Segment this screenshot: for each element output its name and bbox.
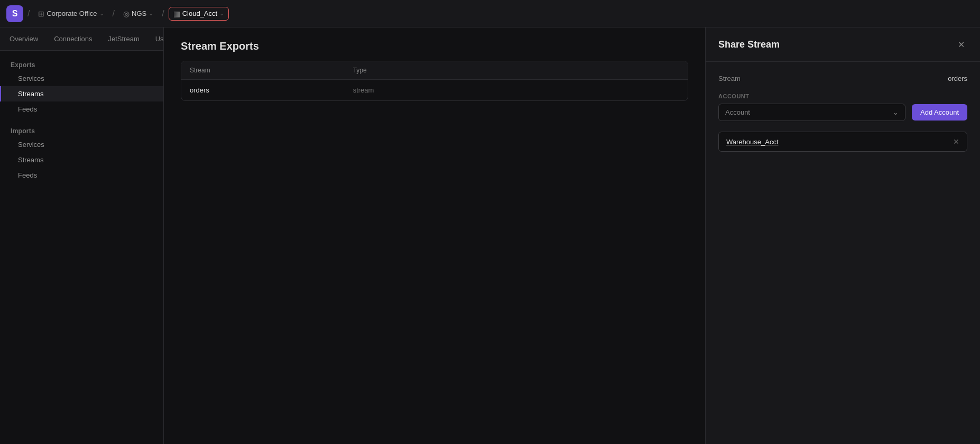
table-header-row: Stream Type xyxy=(181,61,688,80)
cloud-acct-icon: ▦ xyxy=(173,10,180,18)
ngs-icon: ◎ xyxy=(123,10,130,18)
add-account-button[interactable]: Add Account xyxy=(912,104,967,121)
close-button[interactable]: ✕ xyxy=(955,38,967,51)
panel-title: Share Stream xyxy=(718,39,780,50)
sidebar-item-imports-streams[interactable]: Streams xyxy=(0,152,163,168)
table-row: orders stream xyxy=(181,80,688,100)
breadcrumb-cloud-acct-label: Cloud_Acct xyxy=(182,10,217,17)
breadcrumb-sep-0: / xyxy=(27,9,30,18)
account-tag-name[interactable]: Warehouse_Acct xyxy=(726,138,779,146)
stream-type: stream xyxy=(353,86,516,94)
share-stream-panel: Share Stream ✕ Stream orders ACCOUNT Acc… xyxy=(705,27,980,444)
account-row: Account ⌄ Add Account xyxy=(718,104,967,121)
tabs-bar: Overview Connections JetStream Users Sha… xyxy=(0,27,163,51)
col-stream: Stream xyxy=(190,67,353,74)
selected-account-tag: Warehouse_Acct ✕ xyxy=(718,132,967,152)
sidebar-item-imports-services[interactable]: Services xyxy=(0,137,163,152)
breadcrumb-corporate-office-label: Corporate Office xyxy=(47,10,97,17)
app-logo[interactable]: S xyxy=(6,5,23,22)
chevron-down-icon-3: ⌄ xyxy=(219,10,224,17)
sidebar-item-exports-services[interactable]: Services xyxy=(0,71,163,86)
panel-body: Stream orders ACCOUNT Account ⌄ Add Acco… xyxy=(706,62,980,164)
sidebar-item-imports-feeds[interactable]: Feeds xyxy=(0,168,163,183)
account-select-placeholder: Account xyxy=(725,108,750,116)
tab-jetstream[interactable]: JetStream xyxy=(100,31,146,47)
col-actions xyxy=(516,67,679,74)
sidebar-item-exports-feeds[interactable]: Feeds xyxy=(0,101,163,117)
main-area: Overview Connections JetStream Users Sha… xyxy=(0,27,980,444)
chevron-down-icon: ⌄ xyxy=(99,10,104,17)
exports-group-label: Exports xyxy=(0,59,163,71)
sidebar: Exports Services Streams Feeds Imports S… xyxy=(0,51,163,183)
row-actions xyxy=(516,86,679,94)
breadcrumb-ngs-label: NGS xyxy=(132,10,146,17)
chevron-down-icon-4: ⌄ xyxy=(893,108,899,116)
tab-overview[interactable]: Overview xyxy=(2,31,45,47)
stream-link[interactable]: orders xyxy=(190,86,353,94)
col-type: Type xyxy=(353,67,516,74)
sidebar-item-exports-streams[interactable]: Streams xyxy=(0,86,163,101)
stream-field-label: Stream xyxy=(718,75,741,82)
page-title: Stream Exports xyxy=(181,40,688,52)
stream-field-row: Stream orders xyxy=(718,75,967,82)
breadcrumb-ngs[interactable]: ◎ NGS ⌄ xyxy=(119,7,158,20)
breadcrumb-cloud-acct[interactable]: ▦ Cloud_Acct ⌄ xyxy=(169,7,229,21)
panel-header: Share Stream ✕ xyxy=(706,27,980,62)
stream-exports-table: Stream Type orders stream xyxy=(181,61,688,101)
account-select[interactable]: Account ⌄ xyxy=(718,104,905,121)
topbar: S / ⊞ Corporate Office ⌄ / ◎ NGS ⌄ / ▦ C… xyxy=(0,0,980,27)
left-panel: Overview Connections JetStream Users Sha… xyxy=(0,27,164,444)
tab-connections[interactable]: Connections xyxy=(47,31,99,47)
content-area: Stream Exports Stream Type orders stream xyxy=(164,27,705,444)
account-section-label: ACCOUNT xyxy=(718,93,967,99)
remove-account-icon[interactable]: ✕ xyxy=(953,137,959,146)
breadcrumb-corporate-office[interactable]: ⊞ Corporate Office ⌄ xyxy=(34,7,108,20)
stream-field-value: orders xyxy=(948,75,967,82)
chevron-down-icon-2: ⌄ xyxy=(149,10,153,17)
account-section: ACCOUNT Account ⌄ Add Account xyxy=(718,93,967,121)
breadcrumb-sep-2: / xyxy=(162,9,164,18)
content-header: Stream Exports xyxy=(164,27,705,61)
corporate-office-icon: ⊞ xyxy=(38,10,44,18)
breadcrumb-sep-1: / xyxy=(113,9,115,18)
imports-group-label: Imports xyxy=(0,125,163,137)
